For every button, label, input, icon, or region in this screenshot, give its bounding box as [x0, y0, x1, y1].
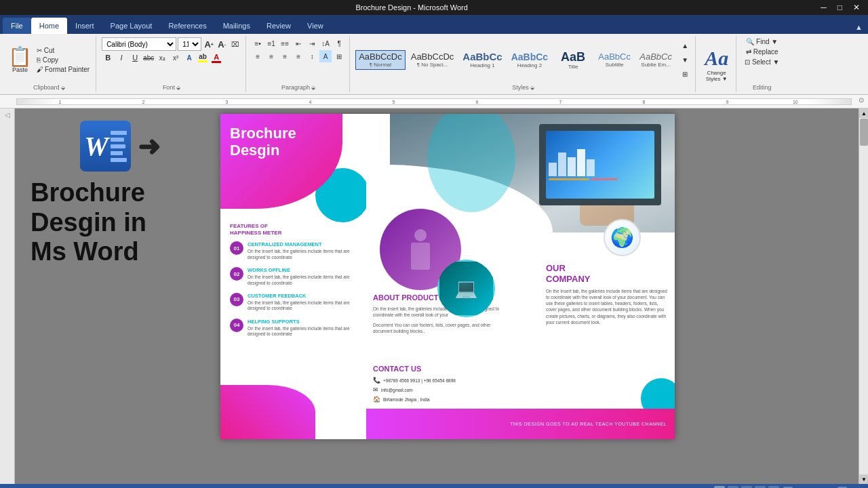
- multilevel-list-btn[interactable]: ≡≡: [279, 37, 291, 49]
- decrease-font-btn[interactable]: A-: [216, 38, 228, 50]
- replace-button[interactable]: ⇄ Replace: [743, 47, 781, 56]
- copy-button[interactable]: ⎘ Copy: [35, 56, 92, 64]
- sort-btn[interactable]: ↕A: [319, 37, 332, 49]
- style-no-spacing-btn[interactable]: AaBbCcDc ¶ No Spaci...: [408, 50, 458, 70]
- word-logo-section: W ➜: [80, 121, 161, 171]
- styles-scroll-up-btn[interactable]: ▲: [679, 40, 691, 52]
- paste-button[interactable]: 📋 Paste: [7, 46, 33, 75]
- tab-review[interactable]: Review: [258, 18, 299, 34]
- tab-page-layout[interactable]: Page Layout: [102, 18, 161, 34]
- document-page[interactable]: BrochureDesgin FEATURES OF HAPPINESS MET…: [220, 114, 675, 439]
- bar-5: [587, 159, 595, 176]
- decrease-indent-btn[interactable]: ⇤: [292, 37, 304, 49]
- paragraph-group: ≡• ≡1 ≡≡ ⇤ ⇥ ↕A ¶ ≡ ≡ ≡ ≡ ↕ A ⊞: [248, 36, 350, 92]
- find-button[interactable]: 🔍 Find ▼: [743, 37, 781, 46]
- clipboard-label: Clipboard ⬙: [33, 83, 65, 91]
- editing-group: 🔍 Find ▼ ⇄ Replace ⊡ Select ▼ Editing: [738, 36, 786, 92]
- underline-button[interactable]: U: [129, 52, 141, 64]
- collapse-left-btn[interactable]: ◁: [5, 111, 10, 119]
- style-heading1-btn[interactable]: AaBbCc Heading 1: [459, 49, 505, 70]
- contact-email-text: info@gmail.com: [381, 388, 413, 392]
- word-icon-box: W: [80, 121, 131, 171]
- font-color-button[interactable]: A: [210, 52, 222, 64]
- line-spacing-btn[interactable]: ↕: [306, 50, 318, 62]
- tab-home[interactable]: Home: [31, 18, 67, 34]
- align-left-btn[interactable]: ≡: [252, 50, 264, 62]
- show-formatting-btn[interactable]: ¶: [333, 37, 345, 49]
- clear-format-btn[interactable]: ⌧: [229, 38, 241, 50]
- style-title-btn[interactable]: AaB Title: [553, 49, 593, 72]
- tutorial-line3: Ms Word: [31, 237, 214, 267]
- ruler-tick-3: 3: [226, 100, 229, 104]
- tab-file[interactable]: File: [3, 18, 31, 34]
- doc-line-3: [111, 144, 125, 148]
- align-right-btn[interactable]: ≡: [279, 50, 291, 62]
- highlight-button[interactable]: ab: [197, 52, 209, 64]
- scroll-up-btn[interactable]: ▲: [859, 108, 868, 118]
- font-content: Calibri (Body) 11 A+ A- ⌧ B I U abc: [102, 37, 241, 83]
- feature-1-content: CENTRALIZED MANAGEMENT On the Insert tab…: [248, 241, 358, 260]
- font-size-select[interactable]: 11: [178, 37, 201, 51]
- bar-3: [568, 157, 576, 176]
- tab-mailings[interactable]: Mailings: [215, 18, 258, 34]
- styles-scroll-down-btn[interactable]: ▼: [679, 54, 691, 66]
- style-normal-btn[interactable]: AaBbCcDc ¶ Normal: [355, 50, 406, 70]
- borders-btn[interactable]: ⊞: [333, 50, 345, 62]
- superscript-button[interactable]: x²: [170, 52, 182, 64]
- tab-references[interactable]: References: [160, 18, 214, 34]
- tab-view[interactable]: View: [299, 18, 332, 34]
- scroll-thumb[interactable]: [860, 119, 868, 146]
- feature-3-content: CUSTOMER FEEDBACK On the Insert tab, the…: [248, 293, 358, 312]
- bold-button[interactable]: B: [102, 52, 114, 64]
- feature-1-num: 01: [230, 241, 243, 255]
- body: [411, 243, 430, 270]
- justify-btn[interactable]: ≡: [292, 50, 304, 62]
- scroll-down-btn[interactable]: ▼: [859, 474, 868, 484]
- subscript-button[interactable]: x₂: [156, 52, 168, 64]
- shading-btn[interactable]: A: [319, 50, 332, 62]
- align-center-btn[interactable]: ≡: [265, 50, 277, 62]
- feature-4-title: HELPING SUPPORTS: [248, 319, 358, 325]
- tab-insert[interactable]: Insert: [67, 18, 102, 34]
- ruler-bar: 1 2 3 4 5 6 7 8 9 10: [16, 98, 852, 105]
- doc-line-1: [111, 131, 127, 135]
- style-subtitle-btn[interactable]: AaBbCc Subtitle: [595, 50, 634, 70]
- feature-4-num: 04: [230, 319, 243, 332]
- ribbon-collapse-btn[interactable]: ▲: [850, 20, 868, 34]
- company-section: OUR COMPANY On the Insert tab, the galle…: [546, 263, 668, 325]
- increase-indent-btn[interactable]: ⇥: [306, 37, 318, 49]
- format-painter-button[interactable]: 🖌 Format Painter: [35, 65, 92, 74]
- close-btn[interactable]: ✕: [850, 3, 863, 12]
- bullet-list-btn[interactable]: ≡•: [252, 37, 264, 49]
- company-text: On the Insert tab, the galleries include…: [546, 288, 668, 325]
- feature-3: 03 CUSTOMER FEEDBACK On the Insert tab, …: [230, 293, 358, 312]
- company-logo-circle: 🌍: [604, 219, 641, 256]
- font-name-select[interactable]: Calibri (Body): [102, 37, 176, 51]
- change-styles-group: Aa ChangeStyles ▼: [697, 36, 736, 92]
- brochure: BrochureDesgin FEATURES OF HAPPINESS MET…: [220, 114, 675, 439]
- text-effects-button[interactable]: A: [183, 52, 195, 64]
- strikethrough-button[interactable]: abc: [142, 52, 155, 64]
- ruler-tick-8: 8: [643, 100, 646, 104]
- feature-4: 04 HELPING SUPPORTS On the Insert tab, t…: [230, 319, 358, 338]
- style-subtle-btn[interactable]: AaBbCc Subtle Em...: [636, 50, 675, 70]
- numbered-list-btn[interactable]: ≡1: [265, 37, 277, 49]
- increase-font-btn[interactable]: A+: [203, 38, 215, 50]
- minimize-btn[interactable]: ─: [818, 3, 829, 12]
- main-area: ◁ W ➜: [0, 108, 868, 484]
- restore-btn[interactable]: □: [835, 3, 845, 12]
- italic-button[interactable]: I: [115, 52, 127, 64]
- head: [414, 229, 427, 241]
- ruler-adjust-btn[interactable]: ⊙: [859, 96, 868, 104]
- cut-button[interactable]: ✂ Cut: [35, 46, 92, 55]
- change-styles-button[interactable]: Aa ChangeStyles ▼: [701, 43, 732, 85]
- contact-phone: 📞 +98789 4566 9913 | +98 65454 8898: [373, 377, 509, 384]
- features-title: FEATURES OF HAPPINESS METER: [230, 223, 358, 236]
- about-text-1: On the Insert tab, the galleries include…: [373, 306, 509, 318]
- style-heading2-btn[interactable]: AaBbCc Heading 2: [508, 50, 551, 70]
- document-area: W ➜ Brochure Desgin in Ms Word: [15, 108, 859, 484]
- font-format-row: B I U abc x₂ x² A ab A: [102, 52, 222, 64]
- styles-more-btn[interactable]: ⊞: [679, 68, 691, 81]
- contact-section: CONTACT US 📞 +98789 4566 9913 | +98 6545…: [373, 365, 509, 405]
- select-button[interactable]: ⊡ Select ▼: [742, 58, 782, 66]
